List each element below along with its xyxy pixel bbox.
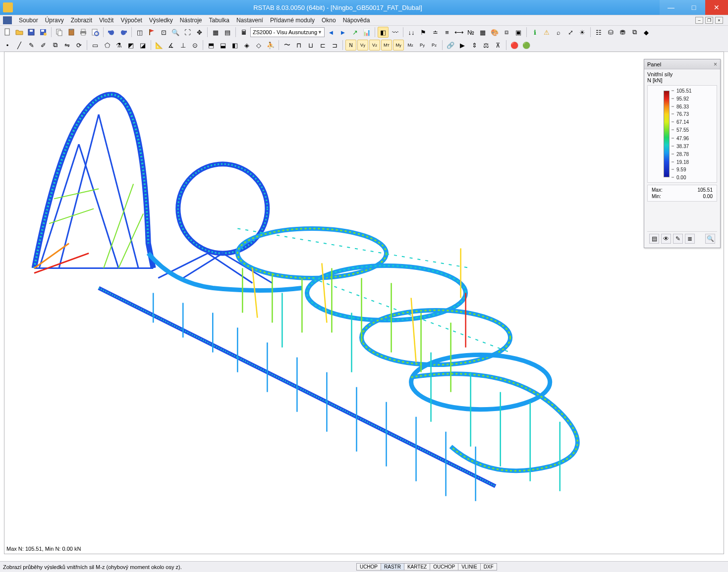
vz-icon[interactable]: ⊏ (317, 40, 328, 51)
edit-member-icon[interactable]: ✐ (38, 40, 49, 51)
rotate-icon[interactable]: ⟳ (73, 40, 84, 51)
redo-icon[interactable] (118, 27, 129, 38)
view-front-icon[interactable]: ⬓ (218, 40, 228, 51)
select-poly-icon[interactable]: ⬠ (102, 40, 112, 51)
select-all-icon[interactable]: ◩ (125, 40, 136, 51)
find-icon[interactable]: ⌕ (553, 27, 564, 38)
results-smooth-icon[interactable]: 〰 (390, 27, 400, 38)
tool-a-icon[interactable]: ☷ (593, 27, 604, 38)
view-side-icon[interactable]: ◧ (229, 40, 240, 51)
status-tab-uchop[interactable]: UCHOP (356, 563, 381, 571)
res-filter-icon[interactable]: ⚖ (481, 40, 492, 51)
panel-btn-colors-icon[interactable]: ▤ (649, 234, 659, 244)
force-vy-icon[interactable]: Vy (357, 40, 368, 51)
panel-btn-list-icon[interactable]: ≣ (685, 234, 695, 244)
status-tab-ouchop[interactable]: OUCHOP (430, 563, 458, 571)
zoom-icon[interactable]: 🔍 (170, 27, 181, 38)
mdi-restore[interactable]: ❐ (705, 17, 713, 24)
force-py-icon[interactable]: Py (417, 40, 428, 51)
menu-vypocet[interactable]: Výpočet (117, 17, 145, 24)
supports-all-icon[interactable]: ≡ (442, 27, 452, 38)
measure-icon[interactable]: 📐 (154, 40, 165, 51)
menu-vlozit[interactable]: Vložit (96, 17, 117, 24)
undo-icon[interactable] (106, 27, 117, 38)
palette-icon[interactable]: 🎨 (489, 27, 500, 38)
zoom-window-icon[interactable]: ⊡ (158, 27, 169, 38)
model-viewport[interactable]: Panel × Vnitřní síly N [kN] 105.51 95.92… (4, 52, 724, 554)
copy-node-icon[interactable]: ⧉ (50, 40, 60, 51)
view-3d-icon[interactable]: ◫ (134, 27, 145, 38)
menu-nastroje[interactable]: Nástroje (176, 17, 206, 24)
table-icon[interactable]: ▦ (210, 27, 221, 38)
loads-icon[interactable]: ↓↓ (406, 27, 417, 38)
force-mt-icon[interactable]: MT (381, 40, 392, 51)
color-icon[interactable]: 🔴 (509, 40, 520, 51)
loads-flag-icon[interactable]: ⚑ (418, 27, 429, 38)
dimensions-icon[interactable]: ⟷ (453, 27, 464, 38)
force-n-icon[interactable]: N (345, 40, 356, 51)
flag-icon[interactable] (146, 27, 157, 38)
menu-upravy[interactable]: Úpravy (42, 17, 67, 24)
panel-btn-edit-icon[interactable]: ✎ (673, 234, 683, 244)
loadcase-combo[interactable]: ZS2000 - Visu Ausnutzung▼ (250, 27, 325, 37)
view-top-icon[interactable]: ⬒ (206, 40, 217, 51)
status-tab-kartez[interactable]: KARTEZ (404, 563, 430, 571)
maximize-button[interactable]: □ (682, 0, 705, 15)
menu-tabulka[interactable]: Tabulka (206, 17, 233, 24)
save-icon[interactable] (26, 27, 37, 38)
numbers-icon[interactable]: № (465, 27, 476, 38)
tool-e-icon[interactable]: ◆ (641, 27, 652, 38)
grid-icon[interactable]: ▦ (477, 27, 488, 38)
res-max-icon[interactable]: ⊼ (493, 40, 504, 51)
mirror-icon[interactable]: ⇋ (61, 40, 72, 51)
prev-case-icon[interactable]: ◄ (326, 27, 336, 38)
warning-icon[interactable]: ⚠ (541, 27, 552, 38)
status-tab-vlinie[interactable]: VLINIE (458, 563, 481, 571)
menu-napoveda[interactable]: Nápověda (339, 17, 374, 24)
force-mz-icon[interactable]: Mz (405, 40, 416, 51)
fit-icon[interactable]: ⛶ (182, 27, 193, 38)
open-file-icon[interactable] (14, 27, 25, 38)
copy-icon[interactable] (54, 27, 65, 38)
ortho-icon[interactable]: ⊥ (177, 40, 188, 51)
menu-soubor[interactable]: Soubor (15, 17, 42, 24)
print-icon[interactable] (78, 27, 89, 38)
member-icon[interactable]: ╱ (14, 40, 25, 51)
mdi-close[interactable]: × (715, 17, 723, 24)
vy-icon[interactable]: ⊔ (305, 40, 316, 51)
next-case-icon[interactable]: ► (337, 27, 348, 38)
supports-icon[interactable]: ≐ (430, 27, 441, 38)
menu-okno[interactable]: Okno (318, 17, 339, 24)
tool-b-icon[interactable]: ⛁ (605, 27, 616, 38)
select-icon[interactable]: ▭ (90, 40, 101, 51)
menu-nastaveni[interactable]: Nastavení (233, 17, 267, 24)
chart-icon[interactable]: 📊 (361, 27, 372, 38)
angle-icon[interactable]: ∡ (166, 40, 176, 51)
panel-titlebar[interactable]: Panel × (644, 59, 720, 69)
close-button[interactable]: ✕ (705, 0, 728, 15)
panel-btn-eye-icon[interactable]: 👁 (661, 234, 671, 244)
res-link-icon[interactable]: 🔗 (445, 40, 456, 51)
mdi-minimize[interactable]: – (695, 17, 703, 24)
minimize-button[interactable]: — (660, 0, 682, 15)
paste-icon[interactable] (66, 27, 77, 38)
view-persp-icon[interactable]: ◇ (253, 40, 264, 51)
deform-icon[interactable]: 〜 (281, 40, 292, 51)
select-filter-icon[interactable]: ⚗ (113, 40, 124, 51)
light-icon[interactable]: ☀ (577, 27, 588, 38)
tool-d-icon[interactable]: ⧉ (629, 27, 640, 38)
results-arrow-icon[interactable]: ↗ (349, 27, 360, 38)
force-my-icon[interactable]: My (393, 40, 404, 51)
rendered-icon[interactable]: ▣ (513, 27, 524, 38)
info-icon[interactable]: ℹ (529, 27, 540, 38)
status-tab-rastr[interactable]: RASTR (381, 563, 404, 571)
print-preview-icon[interactable] (90, 27, 101, 38)
menu-zobrazit[interactable]: Zobrazit (67, 17, 96, 24)
panel-close-icon[interactable]: × (714, 61, 717, 68)
force-vz-icon[interactable]: Vz (369, 40, 380, 51)
menu-vysledky[interactable]: Výsledky (146, 17, 176, 24)
status-tab-dxf[interactable]: DXF (480, 563, 497, 571)
save-as-icon[interactable] (38, 27, 49, 38)
menu-moduly[interactable]: Přídavné moduly (267, 17, 318, 24)
res-anim-icon[interactable]: ▶ (457, 40, 468, 51)
